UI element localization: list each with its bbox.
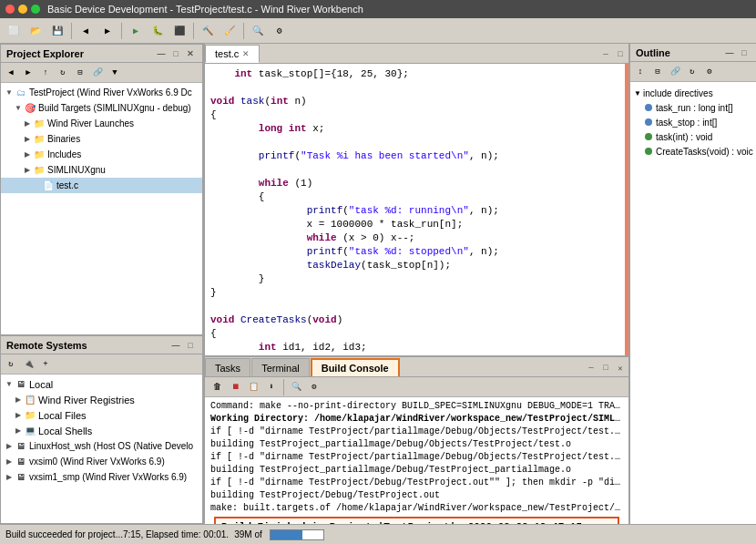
tree-label-includes: Includes [47,149,81,159]
title-bar: Basic Device Development - TestProject/t… [0,0,756,18]
rs-localfiles[interactable]: ▶ 📁 Local Files [1,407,202,423]
maximize-button[interactable] [31,5,40,14]
pe-link-btn[interactable]: 🔗 [89,65,106,81]
rs-new-btn[interactable]: + [37,356,54,373]
pe-filter-btn[interactable]: ▼ [107,65,123,81]
toolbar-search[interactable]: 🔍 [248,21,268,41]
toolbar-forward[interactable]: ▶ [97,21,117,41]
tree-arrow-includes: ▶ [23,150,32,159]
outline-collapse-btn[interactable]: ⊟ [649,64,666,80]
toolbar-clean[interactable]: 🧹 [220,21,240,41]
pe-forward-btn[interactable]: ▶ [20,65,36,81]
tree-item-includes[interactable]: ▶ 📁 Includes [1,147,202,162]
console-line-4: building TestProject_partiallmage/Debug/… [210,438,623,451]
toolbar-stop[interactable]: ⬛ [169,21,189,41]
outline-task-run[interactable]: task_run : long int[] [632,100,754,115]
outline-max-icon[interactable]: □ [738,46,751,59]
toolbar-sep-3 [193,23,194,39]
status-right: 39M of [234,529,324,540]
outline-createtasks-fn[interactable]: CreateTasks(void) : voic [632,144,754,159]
rs-vxsim0[interactable]: ▶ 🖥 vxsim0 (Wind River VxWorks 6.9) [1,454,202,469]
console-clear-btn[interactable]: 🗑 [209,379,225,395]
outline-min-icon[interactable]: — [723,46,736,59]
toolbar-new[interactable]: ⬜ [4,21,24,41]
outline-task-stop[interactable]: task_stop : int[] [632,115,754,129]
minimize-button[interactable] [18,5,27,14]
rs-lh-arrow: ▶ [5,442,14,451]
outline-panel: Outline — □ ↕ ⊟ 🔗 ↻ ⚙ ▼ include directiv… [628,44,756,524]
tree-item-launches[interactable]: ▶ 📁 Wind River Launches [1,116,202,131]
outline-include-section[interactable]: ▼ include directives [632,86,754,100]
pe-maximize-icon[interactable]: □ [169,47,182,60]
rs-maximize-icon[interactable]: □ [184,339,197,352]
toolbar-open[interactable]: 📂 [26,21,46,41]
btm-max-icon[interactable]: □ [599,362,612,375]
rs-shells-arrow: ▶ [14,426,23,436]
tab-testc[interactable]: test.c ✕ [205,45,260,63]
pe-back-btn[interactable]: ◀ [3,65,19,81]
rs-minimize-icon[interactable]: — [169,339,182,352]
btm-close-icon[interactable]: ✕ [614,362,627,375]
outline-refresh-btn[interactable]: ↻ [684,64,700,80]
buildtargets-icon: 🎯 [24,102,36,115]
rs-vxsim1[interactable]: ▶ 🖥 vxsim1_smp (Wind River VxWorks 6.9) [1,469,202,485]
tree-arrow-launches: ▶ [23,119,32,128]
rs-connect-btn[interactable]: 🔌 [20,356,36,373]
tree-item-testproject[interactable]: ▼ 🗂 TestProject (Wind River VxWorks 6.9 … [1,85,202,100]
toolbar-back[interactable]: ◀ [76,21,96,41]
outline-link-btn[interactable]: 🔗 [667,64,683,80]
tree-arrow-testproject: ▼ [5,88,14,98]
toolbar-save[interactable]: 💾 [47,21,67,41]
pe-refresh-btn[interactable]: ↻ [55,65,71,81]
outline-task-fn[interactable]: task(int) : void [632,129,754,144]
editor-tabs: test.c ✕ — □ [205,44,628,64]
window-controls[interactable] [5,5,40,14]
editor-min-icon[interactable]: — [599,48,612,61]
toolbar-sep-4 [243,23,244,39]
tree-item-buildtargets[interactable]: ▼ 🎯 Build Targets (SIMLINUXgnu - debug) [1,100,202,116]
toolbar-debug[interactable]: 🐛 [148,21,168,41]
left-panel: Project Explorer — □ ✕ ◀ ▶ ↑ ↻ ⊟ 🔗 ▼ ▼ [0,44,205,524]
project-tree: ▼ 🗂 TestProject (Wind River VxWorks 6.9 … [1,83,202,334]
rs-shells-label: Local Shells [38,426,92,436]
console-stop-btn[interactable]: ⏹ [227,379,243,395]
console-line-1: Command: make --no-print-directory BUILD… [210,400,623,413]
tab-build-console[interactable]: Build Console [311,358,400,376]
close-button[interactable] [5,5,15,14]
pe-up-btn[interactable]: ↑ [37,65,54,81]
rs-files-label: Local Files [38,410,87,421]
remote-systems-title: Remote Systems [6,340,87,351]
toolbar-run[interactable]: ▶ [126,21,146,41]
tab-terminal[interactable]: Terminal [251,358,310,376]
pe-close-icon[interactable]: ✕ [184,47,197,60]
outline-sort-btn[interactable]: ↕ [632,64,649,80]
btm-min-icon[interactable]: — [585,362,598,375]
toolbar-settings[interactable]: ⚙ [270,21,290,41]
rs-localshells[interactable]: ▶ 💻 Local Shells [1,423,202,438]
console-line-8: building TestProject/Debug/TestProject.o… [210,489,623,502]
console-filter-btn[interactable]: 🔍 [288,379,304,395]
console-copy-btn[interactable]: 📋 [245,379,261,395]
console-scroll-btn[interactable]: ⬇ [263,379,280,395]
rs-local-label: Local [29,379,53,390]
console-settings-btn[interactable]: ⚙ [306,379,322,395]
tab-tasks[interactable]: Tasks [205,358,250,376]
rs-toolbar: ↻ 🔌 + [1,354,202,375]
rs-refresh-btn[interactable]: ↻ [3,356,19,373]
toolbar-build[interactable]: 🔨 [198,21,218,41]
tab-close-icon[interactable]: ✕ [242,49,250,58]
tree-item-binaries[interactable]: ▶ 📁 Binaries [1,131,202,147]
rs-registries[interactable]: ▶ 📋 Wind River Registries [1,392,202,407]
pe-minimize-icon[interactable]: — [155,47,168,60]
outline-settings-btn[interactable]: ⚙ [701,64,718,80]
tree-item-testc[interactable]: 📄 test.c [1,178,202,193]
editor-max-icon[interactable]: □ [614,48,627,61]
tree-item-simlinuxgnu[interactable]: ▶ 📁 SIMLINUXgnu [1,162,202,178]
rs-tree: ▼ 🖥 Local ▶ 📋 Wind River Registries ▶ 📁 … [1,375,202,523]
bottom-panel: Tasks Terminal Build Console — □ ✕ 🗑 ⏹ 📋 [205,355,628,524]
window-title: Basic Device Development - TestProject/t… [47,4,363,15]
rs-local[interactable]: ▼ 🖥 Local [1,376,202,392]
rs-linuxhost[interactable]: ▶ 🖥 LinuxHost_wsh (Host OS (Native Devel… [1,438,202,454]
pe-collapse-btn[interactable]: ⊟ [72,65,88,81]
code-editor[interactable]: int task_stop[]={18, 25, 30}; void task(… [205,64,628,355]
